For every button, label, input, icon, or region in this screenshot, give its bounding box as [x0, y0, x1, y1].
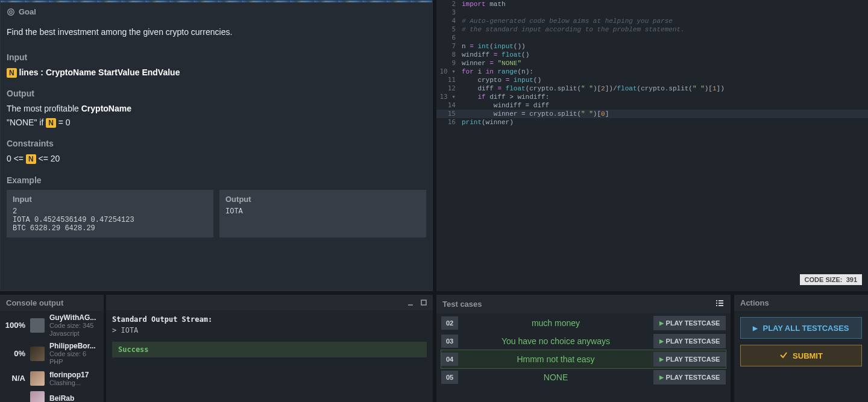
problem-panel: Goal Find the best investment among the … — [0, 0, 433, 291]
testcases-label: Test cases — [442, 300, 482, 309]
console-output-header: Console output — [0, 295, 104, 311]
testcase-name: You have no choice anyways — [464, 336, 647, 346]
testcase-number: 03 — [441, 334, 458, 348]
stdout-line: > IOTA — [112, 326, 427, 334]
code-area[interactable]: import math # Auto-generated code below … — [458, 0, 868, 291]
console-output-panel: Standard Output Stream: > IOTA Success — [106, 295, 433, 402]
example-input-text: 2 IOTA 0.4524536149 0.47254123 BTC 6328.… — [13, 207, 207, 233]
maximize-icon[interactable] — [420, 298, 428, 307]
example-output-box: Output IOTA — [219, 190, 426, 237]
list-view-icon[interactable] — [715, 298, 725, 310]
testcases-panel: Test cases 02much money▶PLAY TESTCASE03Y… — [436, 295, 731, 402]
play-icon: ▶ — [659, 374, 664, 380]
goal-header: Goal — [1, 2, 432, 21]
stdout-title: Standard Output Stream: — [112, 315, 427, 324]
testcase-row: 02much money▶PLAY TESTCASE — [441, 316, 726, 330]
testcase-number: 02 — [441, 316, 458, 330]
leaderboard-score: N/A — [5, 374, 25, 383]
output-description: The most profitable CryptoName "NONE" if… — [1, 98, 432, 129]
input-label: Input — [1, 52, 432, 62]
check-icon — [779, 351, 788, 361]
testcase-name: much money — [464, 318, 647, 328]
example-output-text: IOTA — [225, 207, 420, 216]
leaderboard-row[interactable]: 0%PhilippeBor...Code size: 6PHP — [0, 339, 104, 368]
example-input-box: Input 2 IOTA 0.4524536149 0.47254123 BTC… — [7, 190, 213, 237]
testcase-number: 04 — [441, 353, 458, 366]
play-testcase-button[interactable]: ▶PLAY TESTCASE — [653, 316, 726, 330]
testcase-name: NONE — [464, 372, 647, 382]
code-size-badge: CODE SIZE: 391 — [800, 274, 862, 285]
example-row: Input 2 IOTA 0.4524536149 0.47254123 BTC… — [1, 185, 432, 243]
constraints-label: Constraints — [1, 139, 432, 148]
leaderboard-name: GuyWithAG... — [49, 313, 99, 322]
svg-rect-6 — [716, 303, 717, 304]
leaderboard-row[interactable]: BeiRab — [0, 389, 104, 402]
leaderboard-panel: Console output 100%GuyWithAG...Code size… — [0, 295, 104, 402]
testcase-row: 03You have no choice anyways▶PLAY TESTCA… — [441, 334, 726, 348]
testcase-name: Hmmm not that easy — [464, 354, 647, 364]
svg-point-0 — [8, 8, 14, 15]
testcase-number: 05 — [441, 371, 458, 384]
play-all-button[interactable]: ▶ PLAY ALL TESTCASES — [740, 317, 862, 339]
leaderboard-score: 100% — [5, 321, 25, 330]
svg-rect-5 — [719, 300, 723, 301]
leaderboard-name: PhilippeBor... — [49, 342, 99, 350]
constraints-text: 0 <= N <= 20 — [1, 148, 432, 165]
svg-rect-4 — [716, 300, 717, 301]
line-gutter: 23456789 10 ▾111213 ▾141516 — [436, 0, 458, 291]
play-icon: ▶ — [659, 320, 664, 326]
play-icon: ▶ — [753, 325, 758, 331]
svg-rect-7 — [719, 303, 723, 304]
leaderboard-row[interactable]: N/Aflorinpop17Clashing... — [0, 368, 104, 389]
code-editor[interactable]: 23456789 10 ▾111213 ▾141516 import math … — [436, 0, 868, 291]
input-line-text: lines : CryptoName StartValue EndValue — [17, 68, 180, 77]
svg-rect-3 — [421, 300, 426, 305]
output-label: Output — [1, 89, 432, 98]
svg-point-1 — [10, 10, 12, 13]
leaderboard-score: 0% — [5, 349, 25, 358]
avatar — [30, 347, 45, 361]
leaderboard-name: florinpop17 — [49, 371, 99, 379]
n-badge: N — [7, 68, 17, 78]
submit-button[interactable]: SUBMIT — [740, 345, 862, 366]
leaderboard-row[interactable]: 100%GuyWithAG...Code size: 345Javascript — [0, 311, 104, 339]
leaderboard-name: BeiRab — [49, 394, 99, 402]
goal-label: Goal — [19, 7, 36, 16]
example-label: Example — [1, 175, 432, 185]
avatar — [30, 371, 45, 386]
success-message: Success — [112, 342, 427, 357]
play-icon: ▶ — [659, 338, 664, 344]
svg-rect-9 — [719, 305, 723, 306]
target-icon — [7, 8, 15, 16]
avatar — [30, 391, 45, 402]
input-description: N lines : CryptoName StartValue EndValue — [1, 62, 432, 79]
testcase-row: 04Hmmm not that easy▶PLAY TESTCASE — [441, 350, 726, 368]
play-testcase-button[interactable]: ▶PLAY TESTCASE — [653, 370, 726, 385]
play-testcase-button[interactable]: ▶PLAY TESTCASE — [653, 334, 726, 348]
play-testcase-button[interactable]: ▶PLAY TESTCASE — [653, 352, 726, 366]
avatar — [30, 318, 45, 333]
testcase-row: 05NONE▶PLAY TESTCASE — [441, 370, 726, 385]
play-icon: ▶ — [659, 356, 664, 362]
actions-panel: Actions ▶ PLAY ALL TESTCASES SUBMIT — [734, 295, 868, 402]
minimize-icon[interactable] — [406, 298, 415, 307]
goal-text: Find the best investment among the given… — [1, 21, 432, 43]
actions-label: Actions — [734, 295, 868, 311]
svg-rect-8 — [716, 305, 717, 306]
